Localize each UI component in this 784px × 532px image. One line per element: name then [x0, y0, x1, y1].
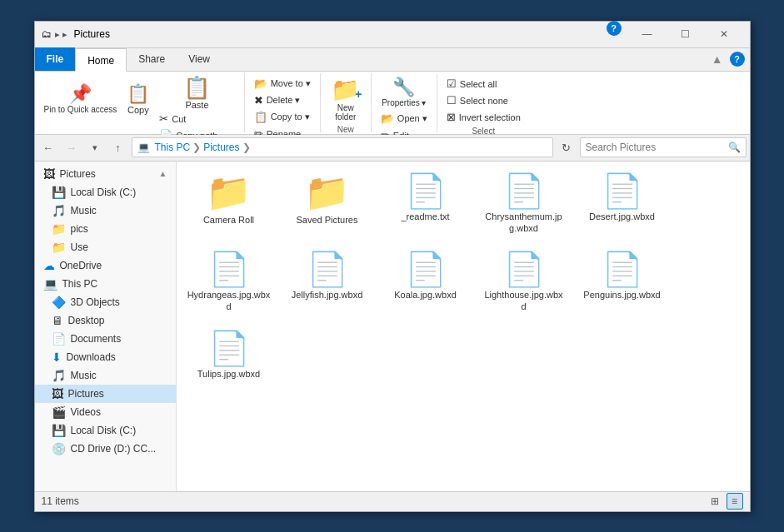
videos-icon: 🎬	[52, 405, 66, 419]
tab-file[interactable]: File	[35, 47, 76, 71]
sidebar-item-thispc[interactable]: 💻 This PC	[35, 275, 176, 293]
invert-selection-button[interactable]: ⊠ Invert selection	[442, 110, 525, 125]
file-item-lighthouse[interactable]: 📄 Lighthouse.jpg.wbxd	[478, 246, 570, 319]
txt-icon: 📄	[405, 174, 447, 207]
ribbon-group-organise: 📂 Move to ▾ ✖ Delete ▾ 📋 Copy to ▾ ✏ Ren…	[245, 73, 321, 132]
sidebar-item-localdisk-quick[interactable]: 💾 Local Disk (C:)	[35, 183, 176, 201]
properties-button[interactable]: 🔧 Properties ▾	[377, 77, 432, 110]
sidebar-item-pictures-quick[interactable]: 🖼 Pictures ▲	[35, 165, 176, 183]
file-area[interactable]: 📁 Camera Roll 📁 Saved Pictures 📄 _readme…	[177, 162, 750, 491]
select-none-icon: ☐	[447, 94, 457, 107]
sidebar-item-documents[interactable]: 📄 Documents	[35, 330, 176, 348]
file-name: Penguins.jpg.wbxd	[583, 289, 660, 301]
sidebar-item-pictures-thispc[interactable]: 🖼 Pictures	[35, 385, 176, 403]
up-button[interactable]: ↑	[108, 137, 128, 157]
file-explorer-window: 🗂 ▸ ▸ Pictures ? — ☐ ✕ File Home Share V…	[34, 21, 751, 512]
sidebar-item-3dobjects[interactable]: 🔷 3D Objects	[35, 293, 176, 311]
music-icon: 🎵	[52, 204, 66, 217]
file-item-jellyfish[interactable]: 📄 Jellyfish.jpg.wbxd	[282, 246, 373, 319]
window-controls: ? — ☐ ✕	[607, 21, 743, 47]
address-bar: ← → ▾ ↑ 💻 This PC ❯ Pictures ❯ ↻ 🔍	[35, 135, 750, 162]
main-area: 🖼 Pictures ▲ 💾 Local Disk (C:) 🎵 Music 📁…	[35, 162, 750, 491]
copy-to-icon: 📋	[254, 111, 267, 123]
paste-button[interactable]: 📋 Paste	[155, 77, 238, 110]
doc-icon: 📄	[208, 331, 250, 365]
ribbon-help-button[interactable]: ?	[730, 52, 745, 67]
sidebar-item-cddrive[interactable]: 💿 CD Drive (D:) CC...	[35, 440, 176, 458]
file-grid: 📁 Camera Roll 📁 Saved Pictures 📄 _readme…	[183, 168, 743, 385]
help-button[interactable]: ?	[607, 21, 622, 36]
documents-icon: 📄	[52, 332, 66, 346]
file-name: Desert.jpg.wbxd	[589, 211, 655, 222]
title-bar: 🗂 ▸ ▸ Pictures ? — ☐ ✕	[35, 22, 750, 48]
ribbon-collapse-icon[interactable]: ▲	[712, 52, 723, 66]
move-to-button[interactable]: 📂 Move to ▾	[250, 77, 315, 92]
cut-button[interactable]: ✂ Cut	[155, 112, 238, 127]
computer-icon: 💻	[137, 142, 150, 153]
file-item-saved-pictures[interactable]: 📁 Saved Pictures	[282, 168, 373, 241]
cut-icon: ✂	[159, 112, 168, 125]
search-input[interactable]	[586, 142, 728, 153]
select-all-icon: ☑	[447, 77, 457, 90]
new-folder-button[interactable]: 📁 + Newfolder	[326, 77, 366, 123]
open-button[interactable]: 📂 Open ▾	[377, 112, 432, 127]
sidebar-item-music-quick[interactable]: 🎵 Music	[35, 201, 176, 220]
file-item-desert[interactable]: 📄 Desert.jpg.wbxd	[577, 168, 668, 241]
maximize-button[interactable]: ☐	[667, 21, 705, 47]
file-name: Koala.jpg.wbxd	[394, 289, 457, 301]
sidebar-item-downloads[interactable]: ⬇ Downloads	[35, 348, 176, 366]
recent-locations-button[interactable]: ▾	[85, 137, 105, 157]
sidebar-item-localdisk-thispc[interactable]: 💾 Local Disk (C:)	[35, 421, 176, 440]
sidebar-item-pics[interactable]: 📁 pics	[35, 220, 176, 238]
grid-view-button[interactable]: ⊞	[707, 493, 723, 510]
pictures-thispc-icon: 🖼	[52, 387, 63, 400]
list-view-button[interactable]: ≡	[727, 493, 743, 510]
pin-to-quick-access-button[interactable]: 📌 Pin to Quick access	[40, 77, 122, 123]
doc-icon: 📄	[405, 252, 447, 286]
ribbon-group-select: ☑ Select all ☐ Select none ⊠ Invert sele…	[437, 73, 530, 132]
file-item-hydrangeas[interactable]: 📄 Hydrangeas.jpg.wbxd	[183, 246, 275, 319]
pictures-icon: 🖼	[43, 167, 55, 181]
onedrive-icon: ☁	[43, 259, 55, 272]
select-col: ☑ Select all ☐ Select none ⊠ Invert sele…	[442, 77, 525, 125]
minimize-button[interactable]: —	[628, 21, 667, 47]
file-item-chrysanthemum[interactable]: 📄 Chrysanthemum.jpg.wbxd	[478, 168, 570, 241]
file-name: Camera Roll	[203, 214, 254, 226]
search-icon: 🔍	[728, 142, 741, 153]
path-pictures[interactable]: Pictures	[203, 142, 239, 153]
thispc-icon: 💻	[43, 277, 57, 291]
back-button[interactable]: ←	[38, 137, 58, 157]
tab-share[interactable]: Share	[127, 47, 177, 71]
file-item-penguins[interactable]: 📄 Penguins.jpg.wbxd	[577, 246, 668, 319]
sidebar-item-music-thispc[interactable]: 🎵 Music	[35, 366, 176, 385]
path-this-pc[interactable]: This PC	[155, 142, 191, 153]
organise-col: 📂 Move to ▾ ✖ Delete ▾ 📋 Copy to ▾ ✏ Ren…	[250, 77, 315, 142]
refresh-button[interactable]: ↻	[557, 137, 577, 157]
tab-home[interactable]: Home	[75, 48, 127, 72]
sidebar-item-onedrive[interactable]: ☁ OneDrive	[35, 256, 176, 275]
copy-button[interactable]: 📋 Copy	[122, 77, 153, 123]
file-name: Hydrangeas.jpg.wbxd	[187, 289, 271, 313]
select-all-button[interactable]: ☑ Select all	[442, 77, 525, 92]
properties-icon: 🔧	[392, 78, 415, 97]
close-button[interactable]: ✕	[705, 21, 743, 47]
address-path[interactable]: 💻 This PC ❯ Pictures ❯	[132, 137, 553, 157]
sidebar-item-desktop[interactable]: 🖥 Desktop	[35, 311, 176, 330]
copy-to-button[interactable]: 📋 Copy to ▾	[250, 110, 315, 125]
doc-icon: 📄	[307, 252, 348, 286]
cddrive-icon: 💿	[52, 442, 66, 455]
delete-button[interactable]: ✖ Delete ▾	[250, 93, 315, 108]
forward-button[interactable]: →	[62, 137, 82, 157]
file-item-koala[interactable]: 📄 Koala.jpg.wbxd	[380, 246, 472, 319]
tab-view[interactable]: View	[177, 47, 222, 71]
folder-icon: 📁	[304, 174, 350, 211]
sidebar-item-videos[interactable]: 🎬 Videos	[35, 403, 176, 421]
file-item-tulips[interactable]: 📄 Tulips.jpg.wbxd	[183, 326, 275, 385]
file-name: Jellyfish.jpg.wbxd	[292, 289, 363, 301]
select-none-button[interactable]: ☐ Select none	[442, 93, 525, 108]
search-box[interactable]: 🔍	[580, 137, 747, 157]
file-item-readme[interactable]: 📄 _readme.txt	[380, 168, 472, 241]
sidebar-item-use[interactable]: 📁 Use	[35, 238, 176, 256]
file-item-camera-roll[interactable]: 📁 Camera Roll	[183, 168, 275, 241]
file-name: _readme.txt	[401, 211, 449, 222]
